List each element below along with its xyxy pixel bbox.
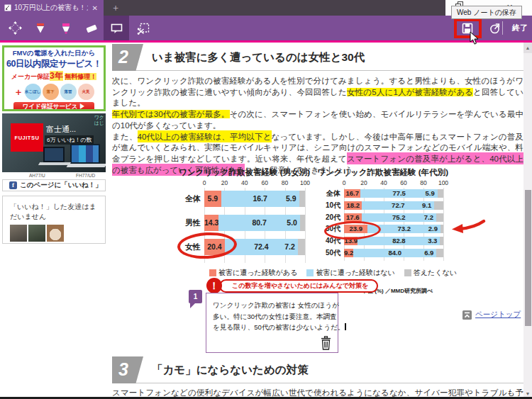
delete-note-icon[interactable] [320,336,332,350]
eraser-tool-button[interactable] [79,16,104,40]
facebook-icon: f [9,181,17,189]
web-notes-toolbar: 終了 [0,16,532,40]
sidebar-ad-fujitsu[interactable]: ワクはじ FUJITSU 富士通... 6万 いいね！の数 [2,113,106,172]
clip-tool-button[interactable] [132,16,156,40]
page-top-icon[interactable] [462,310,472,320]
damage-type-icon: 落雷 [60,84,77,100]
tab-close-icon[interactable]: ✕ [91,4,99,12]
exit-web-notes-button[interactable]: 終了 [508,16,532,40]
axis-tick-label: 60 [261,179,267,186]
vertical-scrollbar[interactable]: ▲ ▼ [523,43,532,399]
plus-icon: ＋ [14,86,23,99]
friend-thumbnails [10,225,98,242]
value-label: 5.9 [204,191,221,207]
value-label: 14.3 [204,215,218,231]
page-content: FMVの電源を入れた日から 60日以内限定サービス！ メーカー保証3年 無料修理… [0,43,532,399]
pen-tool-button[interactable] [28,16,52,40]
bar-segment [434,201,443,210]
red-ink-warning-note: この数字を増やさないためにはみんなで対策を [219,279,378,293]
legend-swatch [404,269,411,276]
new-tab-button[interactable]: ＋ [108,0,123,16]
scroll-up-arrow[interactable]: ▲ [523,43,532,53]
axis-tick-label: 80 [282,179,288,186]
pen-tool-icon [34,22,47,35]
value-label: 9.2 [344,249,353,257]
damage-type-icon: 水こぼし [25,84,41,100]
toolbar-divider [502,21,503,35]
article-paragraphs: 次に、ワンクリック詐欺の被害経験がある人を性別で分けてみましょう。すると男性より… [112,76,523,176]
highlighter-tool-button[interactable] [54,16,78,40]
damage-type-icon: 落下 [43,84,59,100]
chart-row: 男性14.380.75.0 [204,215,305,231]
clip-tool-icon [137,21,151,35]
laptop-image [38,162,71,165]
ad-line: 60日以内限定サービス！ [4,58,104,70]
ad-corner-text: ワクはじ [94,115,104,126]
facebook-like-bar[interactable]: f このページに「いいね！」 [2,179,106,191]
browser-tab[interactable]: 10万円以上の被害も！ス ✕ [0,0,104,16]
axis-tick-label: 100 [438,179,448,186]
axis-tick-label: 100 [300,179,310,186]
note-tool-button[interactable] [104,16,129,40]
category-label: 全体 [185,191,204,207]
warning-exclamation-icon: ！ [206,278,222,293]
note-tool-icon [110,22,123,35]
section-title: 「カモ」にならないための対策 [152,356,309,383]
axis-tick-label: 80 [420,179,426,186]
value-label: 2.9 [428,225,438,233]
damage-type-icon: 火災 [78,84,94,100]
ad-wide-warranty-button[interactable]: ワイド保証サービス ▶ [13,102,94,111]
thumbnail-image[interactable] [47,225,64,242]
bar-segment [299,191,305,207]
legend-item: 被害に遭った経験がある [209,268,297,278]
section-2-header: 2 いま被害に多く遭っているのは女性と30代 [112,44,523,71]
move-tool-icon [9,21,22,35]
legend-label: 被害に遭った経験がある [218,268,297,278]
laptop-image [70,144,100,164]
section-3-header: 3 「カモ」にならないための対策 [112,356,523,383]
chart-row: 50代9.284.06.9 [344,249,443,257]
section-number-badge: 2 [112,44,143,71]
legend-item: 被害に遭った経験はない [306,268,394,278]
tab-title: 10万円以上の被害も！ス [14,3,88,13]
laptop-image [67,164,106,167]
fujitsu-logo: FUJITSU [11,123,43,152]
value-label: 6.9 [424,249,433,257]
value-label: 3.3 [428,237,437,245]
yellow-highlight: 女性の5人に1人が被害経験がある [347,88,473,96]
axis-tick-label: 0 [343,179,346,186]
section-title: いま被害に多く遭っているのは女性と30代 [152,44,365,71]
ad-line: メーカー保証3年 無料修理！ [4,70,104,82]
chart-row: 20代17.675.27.2 [344,213,443,222]
web-note-text-box[interactable]: ワンクリック詐欺の被害は 女性のほうが 多い。特に30代の女性は要注意。本調査 … [206,293,338,353]
chart-row: 全体5.916.75.9 [204,191,305,207]
facebook-social-box: 「いいね！」した友達はまだいません [2,196,106,244]
paragraph: 次に、ワンクリック詐欺の被害経験がある人を性別で分けてみましょう。すると男性より… [112,76,523,109]
paragraph: 年代別では30代の被害が最多。その次に、スマートフォンを使い始め、モバイルリテラ… [112,109,523,131]
scrollbar-thumb[interactable] [525,190,531,326]
legend-item: 答えたくない [404,268,457,278]
legend-swatch [306,269,314,276]
chart-title: ワンクリック詐欺被害経験 (男女別) [179,167,308,178]
page-top-link[interactable]: ページトップ [475,310,521,320]
text-run: また、 [112,133,138,141]
axis-tick-label: 40 [241,179,248,186]
thumbnail-image[interactable] [28,225,45,242]
sidebar-ad-fmv-warranty[interactable]: FMVの電源を入れた日から 60日以内限定サービス！ メーカー保証3年 無料修理… [2,45,106,111]
red-ink-circle-female-value [177,231,238,260]
bar-segment [438,189,443,198]
value-label: 5.0 [287,215,297,231]
chart-legend: 被害に遭った経験がある被害に遭った経験はない答えたくない [209,268,457,278]
legend-label: 被害に遭った経験はない [316,268,394,278]
browser-window: 10万円以上の被害も！ス ✕ ＋ ✕ [0,0,532,399]
value-label: 16.7 [344,189,360,198]
value-label: 18.2 [344,201,362,210]
move-tool-button[interactable] [3,16,27,40]
note-number-marker[interactable]: 1 [189,290,202,303]
axis-tick-label: 0 [203,179,206,186]
category-label: 10代 [326,201,344,210]
value-label: 5.9 [426,189,435,198]
value-label: 7.2 [284,239,295,255]
thumbnail-image[interactable] [10,225,27,242]
value-label: 5.9 [286,191,297,207]
